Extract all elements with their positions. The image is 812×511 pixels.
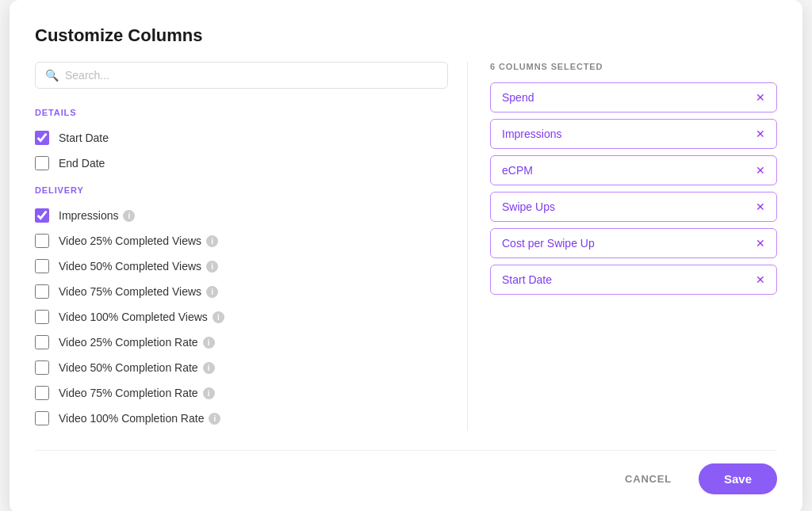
modal-title: Customize Columns	[35, 25, 777, 46]
checkbox-end-date[interactable]: End Date	[35, 151, 448, 176]
checkbox-video-75-views[interactable]: Video 75% Completed Views i	[35, 279, 448, 304]
checkbox-video-75-rate-label: Video 75% Completion Rate i	[59, 387, 215, 399]
remove-ecpm-button[interactable]: ✕	[756, 165, 765, 176]
save-button[interactable]: Save	[699, 463, 777, 494]
checkbox-end-date-input[interactable]	[35, 156, 49, 170]
selected-tag-spend: Spend ✕	[490, 82, 777, 112]
checkbox-impressions-label: Impressions i	[59, 209, 135, 222]
checkbox-video-25-rate-label: Video 25% Completion Rate i	[59, 336, 215, 349]
checkbox-video-100-rate-input[interactable]	[35, 411, 49, 425]
checkbox-video-50-views-input[interactable]	[35, 259, 49, 273]
modal-footer: CANCEL Save	[35, 450, 777, 494]
search-icon: 🔍	[45, 69, 59, 82]
search-input[interactable]	[65, 69, 438, 82]
modal-body: 🔍 DETAILS Start Date End Date DELIVERY	[35, 62, 777, 431]
delivery-section: DELIVERY Impressions i Video 25% Complet…	[35, 182, 448, 431]
checkbox-video-75-views-input[interactable]	[35, 284, 49, 299]
details-section: DETAILS Start Date End Date	[35, 105, 448, 176]
selected-tag-swipe-ups: Swipe Ups ✕	[490, 192, 777, 222]
checkbox-video-100-views-input[interactable]	[35, 310, 49, 324]
selected-tag-cost-per-swipe-up: Cost per Swipe Up ✕	[490, 228, 777, 258]
video-50-rate-info-icon[interactable]: i	[203, 362, 215, 374]
checkbox-start-date[interactable]: Start Date	[35, 125, 448, 151]
selected-tag-impressions-label: Impressions	[502, 128, 561, 140]
selected-tag-spend-label: Spend	[502, 91, 534, 104]
video-25-views-info-icon[interactable]: i	[206, 235, 218, 247]
selected-tag-ecpm-label: eCPM	[502, 164, 533, 177]
checkbox-video-75-rate-input[interactable]	[35, 386, 49, 400]
checkbox-video-100-rate-label: Video 100% Completion Rate i	[59, 412, 220, 425]
checkbox-video-25-rate-input[interactable]	[35, 335, 49, 349]
video-100-rate-info-icon[interactable]: i	[209, 413, 220, 425]
selected-tag-swipe-ups-label: Swipe Ups	[502, 200, 555, 213]
checkbox-video-50-rate[interactable]: Video 50% Completion Rate i	[35, 355, 448, 380]
video-25-rate-info-icon[interactable]: i	[203, 337, 215, 349]
selected-tag-cost-per-swipe-up-label: Cost per Swipe Up	[502, 237, 595, 250]
checkbox-video-50-rate-input[interactable]	[35, 360, 49, 375]
remove-swipe-ups-button[interactable]: ✕	[756, 201, 765, 212]
remove-impressions-button[interactable]: ✕	[756, 128, 765, 139]
video-50-views-info-icon[interactable]: i	[206, 261, 218, 273]
checkbox-video-100-views-label: Video 100% Completed Views i	[59, 311, 224, 323]
selected-tag-start-date-label: Start Date	[502, 273, 552, 286]
checkbox-video-100-views[interactable]: Video 100% Completed Views i	[35, 304, 448, 330]
video-100-views-info-icon[interactable]: i	[213, 311, 224, 323]
remove-cost-per-swipe-up-button[interactable]: ✕	[756, 238, 765, 249]
selected-tag-ecpm: eCPM ✕	[490, 155, 777, 185]
checkbox-video-75-rate[interactable]: Video 75% Completion Rate i	[35, 380, 448, 406]
checkbox-video-25-views-label: Video 25% Completed Views i	[59, 235, 218, 247]
left-panel: 🔍 DETAILS Start Date End Date DELIVERY	[35, 62, 468, 431]
checkbox-video-100-rate[interactable]: Video 100% Completion Rate i	[35, 406, 448, 431]
details-section-label: DETAILS	[35, 108, 448, 117]
checkbox-impressions[interactable]: Impressions i	[35, 203, 448, 228]
cancel-button[interactable]: CANCEL	[611, 465, 686, 493]
remove-spend-button[interactable]: ✕	[756, 92, 765, 103]
search-box: 🔍	[35, 62, 448, 89]
selected-tag-impressions: Impressions ✕	[490, 119, 777, 149]
checkbox-video-75-views-label: Video 75% Completed Views i	[59, 285, 218, 298]
checkbox-start-date-input[interactable]	[35, 131, 49, 145]
video-75-views-info-icon[interactable]: i	[206, 286, 218, 298]
delivery-section-label: DELIVERY	[35, 185, 448, 195]
selected-tag-start-date: Start Date ✕	[490, 265, 777, 295]
checkbox-video-25-rate[interactable]: Video 25% Completion Rate i	[35, 330, 448, 355]
video-75-rate-info-icon[interactable]: i	[203, 387, 215, 399]
right-panel: 6 COLUMNS SELECTED Spend ✕ Impressions ✕…	[468, 62, 777, 431]
checkbox-start-date-label: Start Date	[59, 132, 109, 144]
checkbox-video-50-rate-label: Video 50% Completion Rate i	[59, 361, 215, 374]
checkbox-video-50-views-label: Video 50% Completed Views i	[59, 260, 218, 273]
checkbox-impressions-input[interactable]	[35, 208, 49, 223]
impressions-info-icon[interactable]: i	[123, 210, 135, 222]
columns-selected-count: 6 COLUMNS SELECTED	[490, 62, 777, 71]
remove-start-date-button[interactable]: ✕	[756, 274, 765, 285]
checkbox-end-date-label: End Date	[59, 157, 105, 170]
checkbox-video-25-views-input[interactable]	[35, 234, 49, 248]
customize-columns-modal: Customize Columns 🔍 DETAILS Start Date E…	[10, 0, 802, 511]
checkbox-video-50-views[interactable]: Video 50% Completed Views i	[35, 254, 448, 279]
checkbox-video-25-views[interactable]: Video 25% Completed Views i	[35, 228, 448, 254]
